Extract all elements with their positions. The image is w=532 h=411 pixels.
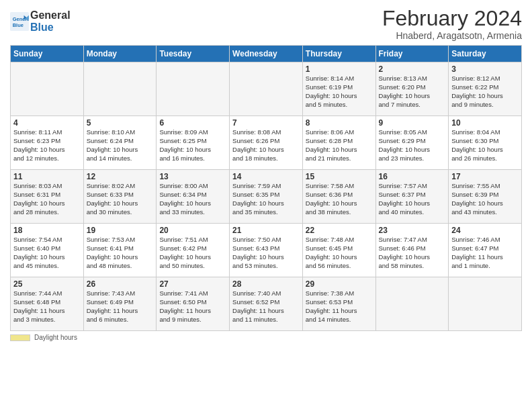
day-info: Sunrise: 8:05 AM Sunset: 6:29 PM Dayligh…: [379, 128, 446, 163]
day-info: Sunrise: 7:51 AM Sunset: 6:42 PM Dayligh…: [159, 236, 226, 270]
calendar-body: 1Sunrise: 8:14 AM Sunset: 6:19 PM Daylig…: [11, 62, 522, 331]
main-title: February 2024: [382, 7, 522, 30]
svg-text:Blue: Blue: [13, 22, 24, 28]
day-info: Sunrise: 7:59 AM Sunset: 6:35 PM Dayligh…: [232, 182, 300, 216]
day-number: 4: [13, 118, 81, 128]
calendar-cell: [11, 62, 84, 116]
calendar-week-row: 1Sunrise: 8:14 AM Sunset: 6:19 PM Daylig…: [11, 62, 522, 116]
calendar-cell: 15Sunrise: 7:58 AM Sunset: 6:36 PM Dayli…: [302, 170, 375, 224]
calendar-cell: 3Sunrise: 8:12 AM Sunset: 6:22 PM Daylig…: [449, 62, 522, 116]
calendar-week-row: 4Sunrise: 8:11 AM Sunset: 6:23 PM Daylig…: [11, 116, 522, 170]
calendar-cell: 21Sunrise: 7:50 AM Sunset: 6:43 PM Dayli…: [230, 224, 303, 277]
calendar-cell: 8Sunrise: 8:06 AM Sunset: 6:28 PM Daylig…: [302, 116, 375, 170]
day-number: 3: [451, 64, 519, 74]
day-info: Sunrise: 7:46 AM Sunset: 6:47 PM Dayligh…: [451, 236, 519, 270]
calendar-cell: 26Sunrise: 7:43 AM Sunset: 6:49 PM Dayli…: [83, 277, 157, 331]
day-number: 7: [232, 118, 300, 128]
day-number: 11: [13, 172, 81, 181]
logo-text: General Blue: [30, 9, 71, 33]
day-number: 14: [232, 172, 300, 181]
day-info: Sunrise: 7:44 AM Sunset: 6:48 PM Dayligh…: [13, 289, 81, 324]
calendar-week-row: 25Sunrise: 7:44 AM Sunset: 6:48 PM Dayli…: [11, 277, 522, 331]
subtitle: Hnaberd, Aragatsotn, Armenia: [382, 30, 522, 41]
day-number: 19: [87, 226, 154, 235]
calendar-cell: 18Sunrise: 7:54 AM Sunset: 6:40 PM Dayli…: [11, 224, 84, 277]
calendar-cell: 7Sunrise: 8:08 AM Sunset: 6:26 PM Daylig…: [230, 116, 303, 170]
day-info: Sunrise: 8:12 AM Sunset: 6:22 PM Dayligh…: [451, 75, 519, 109]
calendar-table: SundayMondayTuesdayWednesdayThursdayFrid…: [10, 45, 522, 331]
calendar-cell: 28Sunrise: 7:40 AM Sunset: 6:52 PM Dayli…: [230, 277, 303, 331]
day-number: 27: [159, 279, 226, 289]
day-info: Sunrise: 7:40 AM Sunset: 6:52 PM Dayligh…: [232, 289, 300, 324]
day-info: Sunrise: 8:02 AM Sunset: 6:33 PM Dayligh…: [87, 182, 154, 216]
day-number: 26: [87, 279, 154, 289]
calendar-cell: 11Sunrise: 8:03 AM Sunset: 6:31 PM Dayli…: [11, 170, 84, 224]
day-number: 22: [306, 226, 373, 235]
day-number: 28: [232, 279, 300, 289]
day-number: 13: [159, 172, 226, 181]
footer: Daylight hours: [10, 334, 522, 341]
calendar-cell: [375, 277, 449, 331]
page-container: General Blue General Blue February 2024 …: [0, 0, 532, 348]
calendar-cell: 14Sunrise: 7:59 AM Sunset: 6:35 PM Dayli…: [230, 170, 303, 224]
calendar-cell: 20Sunrise: 7:51 AM Sunset: 6:42 PM Dayli…: [157, 224, 230, 277]
calendar-day-header: Sunday: [11, 46, 84, 62]
day-info: Sunrise: 8:09 AM Sunset: 6:25 PM Dayligh…: [159, 128, 226, 163]
calendar-cell: [83, 62, 157, 116]
day-info: Sunrise: 7:57 AM Sunset: 6:37 PM Dayligh…: [379, 182, 446, 216]
day-number: 9: [379, 118, 446, 128]
day-number: 17: [451, 172, 519, 181]
day-info: Sunrise: 8:11 AM Sunset: 6:23 PM Dayligh…: [13, 128, 81, 163]
daylight-label: Daylight hours: [34, 334, 77, 341]
calendar-cell: [449, 277, 522, 331]
day-number: 29: [306, 279, 373, 289]
logo-icon: General Blue: [10, 12, 29, 31]
calendar-cell: 25Sunrise: 7:44 AM Sunset: 6:48 PM Dayli…: [11, 277, 84, 331]
calendar-cell: 12Sunrise: 8:02 AM Sunset: 6:33 PM Dayli…: [83, 170, 157, 224]
day-info: Sunrise: 7:58 AM Sunset: 6:36 PM Dayligh…: [306, 182, 373, 216]
day-number: 15: [306, 172, 373, 181]
day-number: 20: [159, 226, 226, 235]
calendar-cell: 5Sunrise: 8:10 AM Sunset: 6:24 PM Daylig…: [83, 116, 157, 170]
calendar-cell: 29Sunrise: 7:38 AM Sunset: 6:53 PM Dayli…: [302, 277, 375, 331]
day-number: 10: [451, 118, 519, 128]
day-info: Sunrise: 7:47 AM Sunset: 6:46 PM Dayligh…: [379, 236, 446, 270]
day-info: Sunrise: 7:43 AM Sunset: 6:49 PM Dayligh…: [87, 289, 154, 324]
day-info: Sunrise: 7:53 AM Sunset: 6:41 PM Dayligh…: [87, 236, 154, 270]
day-number: 6: [159, 118, 226, 128]
calendar-day-header: Friday: [375, 46, 449, 62]
day-info: Sunrise: 8:10 AM Sunset: 6:24 PM Dayligh…: [87, 128, 154, 163]
day-info: Sunrise: 8:04 AM Sunset: 6:30 PM Dayligh…: [451, 128, 519, 163]
calendar-day-header: Saturday: [449, 46, 522, 62]
calendar-cell: 6Sunrise: 8:09 AM Sunset: 6:25 PM Daylig…: [157, 116, 230, 170]
day-info: Sunrise: 7:41 AM Sunset: 6:50 PM Dayligh…: [159, 289, 226, 324]
title-block: February 2024 Hnaberd, Aragatsotn, Armen…: [382, 7, 522, 41]
calendar-week-row: 18Sunrise: 7:54 AM Sunset: 6:40 PM Dayli…: [11, 224, 522, 277]
calendar-cell: 22Sunrise: 7:48 AM Sunset: 6:45 PM Dayli…: [302, 224, 375, 277]
day-info: Sunrise: 7:38 AM Sunset: 6:53 PM Dayligh…: [306, 289, 373, 324]
calendar-cell: 1Sunrise: 8:14 AM Sunset: 6:19 PM Daylig…: [302, 62, 375, 116]
calendar-cell: 2Sunrise: 8:13 AM Sunset: 6:20 PM Daylig…: [375, 62, 449, 116]
calendar-cell: 16Sunrise: 7:57 AM Sunset: 6:37 PM Dayli…: [375, 170, 449, 224]
calendar-cell: 10Sunrise: 8:04 AM Sunset: 6:30 PM Dayli…: [449, 116, 522, 170]
day-number: 5: [87, 118, 154, 128]
calendar-cell: 17Sunrise: 7:55 AM Sunset: 6:39 PM Dayli…: [449, 170, 522, 224]
day-info: Sunrise: 7:54 AM Sunset: 6:40 PM Dayligh…: [13, 236, 81, 270]
calendar-cell: 13Sunrise: 8:00 AM Sunset: 6:34 PM Dayli…: [157, 170, 230, 224]
day-number: 23: [379, 226, 446, 235]
day-number: 24: [451, 226, 519, 235]
calendar-day-header: Tuesday: [157, 46, 230, 62]
day-info: Sunrise: 8:08 AM Sunset: 6:26 PM Dayligh…: [232, 128, 300, 163]
day-number: 18: [13, 226, 81, 235]
calendar-day-header: Thursday: [302, 46, 375, 62]
calendar-week-row: 11Sunrise: 8:03 AM Sunset: 6:31 PM Dayli…: [11, 170, 522, 224]
calendar-day-header: Wednesday: [230, 46, 303, 62]
calendar-header-row: SundayMondayTuesdayWednesdayThursdayFrid…: [11, 46, 522, 62]
logo: General Blue General Blue: [10, 9, 71, 33]
day-number: 21: [232, 226, 300, 235]
day-number: 12: [87, 172, 154, 181]
day-number: 25: [13, 279, 81, 289]
day-info: Sunrise: 8:14 AM Sunset: 6:19 PM Dayligh…: [306, 75, 373, 109]
calendar-cell: 19Sunrise: 7:53 AM Sunset: 6:41 PM Dayli…: [83, 224, 157, 277]
calendar-cell: 24Sunrise: 7:46 AM Sunset: 6:47 PM Dayli…: [449, 224, 522, 277]
